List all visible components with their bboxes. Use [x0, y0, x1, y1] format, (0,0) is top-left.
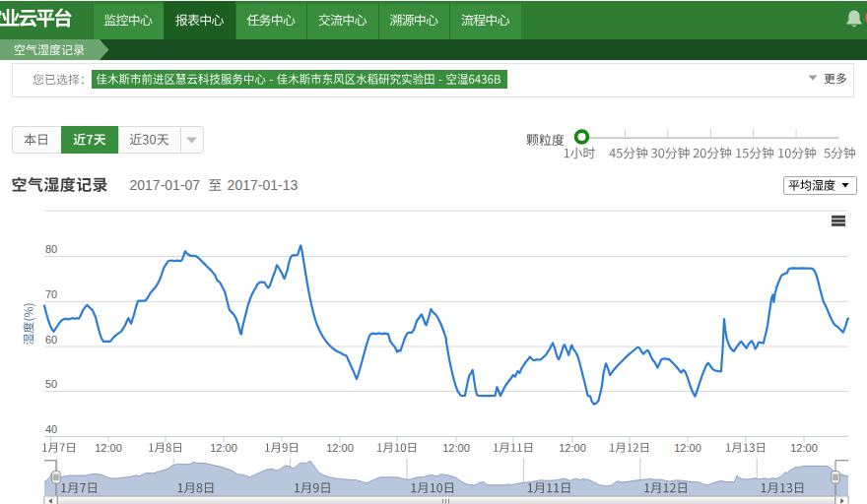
- svg-text:12:00: 12:00: [559, 442, 586, 454]
- svg-text:2017-01-07: 2017-01-07: [130, 177, 201, 193]
- svg-text:12:00: 12:00: [790, 442, 818, 454]
- svg-text:12:00: 12:00: [95, 442, 122, 454]
- svg-text:50: 50: [45, 378, 57, 390]
- svg-text:40: 40: [45, 423, 57, 435]
- svg-text:2017-01-13: 2017-01-13: [228, 177, 299, 193]
- svg-text:12:00: 12:00: [674, 442, 701, 454]
- svg-text:12:00: 12:00: [326, 442, 354, 454]
- svg-text:60: 60: [45, 334, 57, 346]
- svg-text:80: 80: [45, 243, 57, 255]
- svg-text:70: 70: [45, 288, 57, 300]
- svg-text:12:00: 12:00: [210, 442, 237, 454]
- svg-text:12:00: 12:00: [442, 442, 470, 454]
